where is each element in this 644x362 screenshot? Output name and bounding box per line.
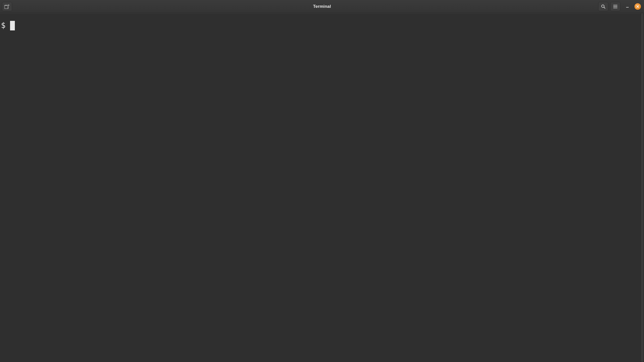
terminal-viewport[interactable]: $ [0, 13, 640, 362]
titlebar[interactable]: Terminal [0, 0, 644, 13]
minimize-button[interactable] [623, 3, 631, 11]
titlebar-right-group [598, 2, 642, 11]
close-icon [636, 5, 639, 8]
new-tab-icon [5, 4, 10, 9]
titlebar-left-group [2, 2, 12, 11]
terminal-line: $ [1, 20, 639, 31]
vertical-scrollbar[interactable] [640, 13, 644, 362]
window-title: Terminal [313, 4, 331, 9]
search-icon [601, 4, 606, 9]
search-button[interactable] [598, 2, 608, 11]
scrollbar-thumb[interactable] [641, 13, 643, 362]
svg-rect-0 [5, 5, 8, 9]
hamburger-icon [613, 5, 617, 8]
app-window: Terminal [0, 0, 644, 362]
svg-line-5 [604, 7, 605, 8]
new-tab-button[interactable] [2, 2, 12, 11]
menu-button[interactable] [610, 2, 620, 11]
content-wrap: $ [0, 13, 644, 362]
minimize-icon [626, 4, 629, 9]
cursor [10, 21, 15, 30]
prompt: $ [1, 20, 10, 31]
close-button[interactable] [634, 3, 641, 10]
